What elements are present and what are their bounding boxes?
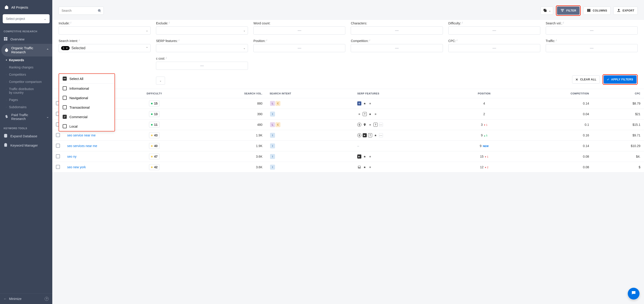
dd-transactional[interactable]: Transactional [59, 102, 114, 112]
list-icon: ≡ [368, 155, 372, 159]
export-button[interactable]: EXPORT [613, 7, 638, 15]
pin-icon [363, 123, 367, 127]
subnav-competitor-comparison[interactable]: Competitor comparison [2, 78, 52, 85]
subnav-ranking-changes[interactable]: Ranking changes [2, 64, 52, 71]
vol-cell: 3.6K [189, 151, 266, 162]
position-input[interactable]: — [253, 44, 345, 52]
col-searchintent[interactable]: SEARCH INTENT [266, 89, 354, 98]
include-select[interactable]: ⌄ [58, 27, 150, 35]
cpc-cell: $ [592, 162, 644, 173]
copy-button[interactable]: ⌄ [540, 7, 554, 15]
chevron-down-icon: ⌄ [46, 115, 49, 119]
competition-cell: 0.14 [514, 98, 593, 109]
competition-input[interactable]: — [351, 44, 443, 52]
dd-navigational[interactable]: Navigational [59, 93, 114, 102]
minimize-button[interactable]: ← Minimize [4, 297, 22, 300]
columns-icon [587, 8, 591, 13]
help-icon[interactable]: ? [45, 297, 49, 301]
selected-pill[interactable]: 1✕ [61, 46, 70, 50]
more-icon: ⋯ [379, 133, 383, 137]
project-select[interactable]: Select project ⌄ [3, 14, 50, 23]
subnav-traffic-distribution[interactable]: Traffic distribution by country [2, 85, 40, 96]
filter-highlight: FILTER [556, 6, 581, 16]
keyword-link[interactable]: seo ny [67, 155, 76, 158]
intent-badge-l: L [270, 101, 275, 106]
svg-rect-8 [588, 9, 588, 12]
svg-rect-0 [4, 37, 5, 38]
intent-cell: I [266, 109, 354, 119]
chat-bubble[interactable] [628, 288, 640, 299]
upload-icon [617, 8, 621, 13]
filter-button[interactable]: FILTER [557, 7, 580, 15]
searchintent-select[interactable]: 1✕ Selected ⌃ [58, 44, 150, 52]
expand-db-label: Expand Database [10, 134, 37, 138]
serpfeatures-label: SERP features: i [156, 39, 248, 43]
keyword-tools-label: KEYWORD TOOLS [0, 123, 52, 131]
position-change: ▴ 5 [484, 134, 487, 137]
dollar-circle-icon: $ [357, 133, 361, 137]
apply-highlight: ✓ APPLY FILTERS [602, 74, 638, 85]
row-checkbox[interactable] [56, 154, 60, 158]
vol-cell: 3.6K [189, 162, 266, 173]
position-cell: 4 [454, 98, 514, 109]
keyword-link[interactable]: seo new york [67, 165, 86, 169]
competition-cell: 0.08 [514, 151, 593, 162]
intent-badge-i: I [270, 112, 275, 116]
dd-commercial[interactable]: Commercial [59, 112, 114, 121]
col-searchvol[interactable]: SEARCH VOL. [189, 89, 266, 98]
subnav-keywords[interactable]: Keywords [2, 56, 52, 64]
arrow-left-icon: ← [4, 297, 7, 300]
main-content: ⌄ FILTER COLUMNS EXPORT [52, 0, 644, 304]
exclude-select[interactable]: ⌄ [156, 27, 248, 35]
checkbox-checked-icon [63, 115, 67, 119]
nav-overview[interactable]: Overview [0, 35, 52, 44]
nav-keyword-manager[interactable]: Keyword Manager [0, 141, 52, 150]
col-difficulty[interactable]: DIFFICULTY [120, 89, 189, 98]
difficulty-input[interactable]: — [448, 27, 540, 35]
question-icon: ? [368, 133, 372, 137]
trafficcost-input[interactable]: — [156, 62, 248, 70]
checkbox-icon [63, 105, 67, 109]
nav-organic-traffic[interactable]: Organic Traffic Research ⌃ [1, 44, 52, 56]
keyword-table: DIFFICULTY SEARCH VOL. SEARCH INTENT SER… [52, 89, 644, 304]
searchvol-input[interactable]: — [546, 27, 638, 35]
columns-button[interactable]: COLUMNS [583, 7, 610, 15]
nav-paid-traffic[interactable]: Paid Traffic Research ⌄ [1, 111, 52, 123]
dd-select-all[interactable]: Select All [59, 74, 114, 84]
col-position[interactable]: POSITION [454, 89, 514, 98]
intent-cell: LC [266, 98, 354, 109]
row-checkbox[interactable] [56, 144, 60, 148]
serp-icons: G★≡ [357, 101, 450, 105]
table-row: guaranteed seo services 13 390 I ≡?★≡ 2 … [52, 109, 644, 119]
subnav-competitors[interactable]: Competitors [2, 71, 52, 78]
characters-input[interactable]: — [351, 27, 443, 35]
dd-informational[interactable]: Informational [59, 84, 114, 93]
position-change: ▾ 2 [485, 166, 488, 169]
vol-cell: 880 [189, 98, 266, 109]
subnav-subdomains[interactable]: Subdomains [2, 103, 52, 111]
nav-expand-database[interactable]: Expand Database [0, 131, 52, 141]
subnav-pages[interactable]: Pages [2, 96, 52, 103]
keyword-link[interactable]: seo service near me [67, 133, 96, 137]
wordcount-input[interactable]: — [253, 27, 345, 35]
traffic-input[interactable]: — [546, 44, 638, 52]
col-cpc[interactable]: CPC [592, 89, 644, 98]
keyword-manager-label: Keyword Manager [10, 143, 38, 147]
row-checkbox[interactable] [56, 133, 60, 137]
star-icon: ★ [363, 101, 367, 105]
vol-cell: 390 [189, 109, 266, 119]
clear-all-button[interactable]: ✕ CLEAR ALL [572, 75, 600, 84]
small-select[interactable]: ⌄ [156, 77, 165, 85]
apply-filters-button[interactable]: ✓ APPLY FILTERS [604, 75, 636, 84]
search-input[interactable] [58, 7, 104, 15]
question-icon: ? [363, 112, 367, 116]
dd-local[interactable]: Local [59, 121, 114, 131]
keyword-link[interactable]: seo services near me [67, 144, 97, 148]
intent-badge-i: I [270, 143, 275, 148]
all-projects-link[interactable]: All Projects [3, 3, 50, 12]
col-serpfeatures[interactable]: SERP FEATURES [354, 89, 454, 98]
serpfeatures-select[interactable]: ⌄ [156, 44, 248, 52]
cpc-input[interactable]: — [448, 44, 540, 52]
row-checkbox[interactable] [56, 165, 60, 169]
col-competition[interactable]: COMPETITION [514, 89, 593, 98]
